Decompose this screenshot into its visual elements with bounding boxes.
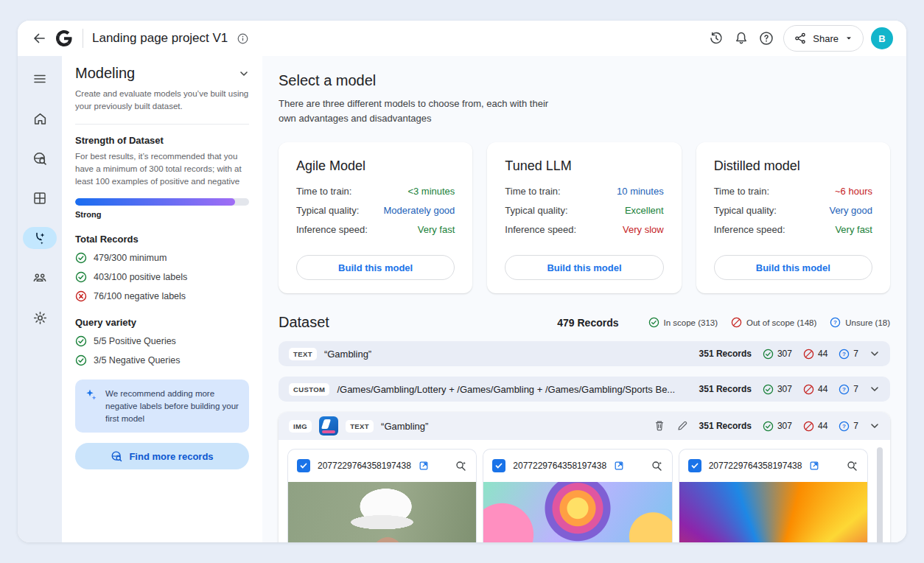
model-card-distilled: Distilled model Time to train:~6 hours T… (696, 142, 890, 293)
record-checkbox[interactable] (297, 459, 310, 472)
search-globe-icon (32, 151, 48, 167)
panel-collapse-chevron-icon[interactable] (239, 69, 249, 79)
x-circle-icon (75, 290, 87, 302)
search-similar-icon[interactable] (846, 460, 858, 472)
block-icon (803, 421, 814, 432)
row-query-text: “Gambling” (381, 421, 428, 432)
back-button[interactable] (27, 26, 52, 51)
record-image-cartoon-slots[interactable] (483, 482, 671, 542)
row-query-text: /Games/Gambling/Lottery + /Games/Gamblin… (337, 384, 675, 395)
open-external-icon[interactable] (614, 461, 624, 471)
query-variety-item: 3/5 Negative Queries (75, 354, 249, 366)
record-checkbox[interactable] (688, 459, 701, 472)
build-model-button[interactable]: Build this model (714, 255, 872, 280)
record-image-golfer[interactable] (288, 482, 476, 542)
record-id: 2077229764358197438 (318, 461, 411, 471)
expand-chevron-icon[interactable] (869, 349, 880, 359)
model-cards: Agile Model Time to train:<3 minutes Typ… (279, 142, 890, 293)
app-window: Landing page project V1 Share B (18, 21, 906, 542)
check-circle-icon (75, 271, 87, 283)
help-button[interactable] (754, 26, 779, 51)
open-external-icon[interactable] (419, 461, 429, 471)
model-name: Agile Model (296, 158, 455, 174)
gear-icon (32, 310, 48, 326)
model-spec: Typical quality:Excellent (505, 205, 663, 216)
build-model-button[interactable]: Build this model (296, 255, 455, 280)
search-similar-icon[interactable] (455, 460, 467, 472)
grid-icon (32, 191, 47, 206)
notifications-button[interactable] (729, 26, 754, 51)
record-id: 2077229764358197438 (513, 461, 606, 471)
share-caret-icon (845, 35, 853, 42)
row-type-badge: CUSTOM (289, 383, 329, 396)
strength-progress-fill (75, 198, 235, 206)
check-circle-icon (75, 335, 87, 347)
find-more-records-button[interactable]: Find more records (75, 443, 249, 469)
row-type-badge: IMG (289, 420, 312, 433)
avatar[interactable]: B (871, 27, 893, 49)
question-circle-icon: ? (830, 317, 841, 328)
home-icon (32, 111, 48, 127)
model-spec: Typical quality:Moderately good (296, 205, 455, 216)
record-checkbox[interactable] (492, 459, 505, 472)
info-icon[interactable] (234, 26, 251, 51)
dataset-row-custom[interactable]: CUSTOM /Games/Gambling/Lottery + /Games/… (279, 377, 890, 402)
model-spec: Inference speed:Very fast (714, 224, 872, 235)
expand-chevron-icon[interactable] (869, 384, 880, 394)
dataset-row-img-text[interactable]: IMG TEXT “Gambling” 351 Records 307 44 ?… (279, 412, 890, 440)
model-spec: Inference speed:Very fast (296, 224, 455, 235)
record-image-prize-wheel[interactable] (679, 482, 867, 542)
collapse-chevron-icon[interactable] (869, 421, 880, 431)
record-card: 2077229764358197438 (679, 449, 868, 542)
model-spec: Typical quality:Very good (714, 205, 872, 216)
model-name: Distilled model (714, 158, 872, 174)
history-button[interactable] (704, 26, 729, 51)
rail-item-modeling[interactable] (23, 227, 57, 249)
rail-item-search[interactable] (23, 147, 57, 169)
block-icon (803, 349, 814, 360)
bell-icon (734, 31, 749, 46)
share-button[interactable]: Share (783, 25, 864, 52)
rail-item-menu[interactable] (23, 68, 57, 90)
total-records-item: 76/100 negative labels (75, 290, 249, 302)
select-model-title: Select a model (279, 72, 890, 89)
find-records-icon (111, 450, 123, 463)
select-model-subtitle: There are three different models to choo… (279, 97, 551, 126)
legend-unsure: ? Unsure (18) (830, 317, 890, 328)
edit-icon[interactable] (676, 420, 688, 432)
modeling-icon (32, 231, 47, 245)
check-icon (299, 461, 308, 470)
row-in-scope-count: 307 (763, 349, 792, 360)
history-icon (709, 31, 724, 46)
build-model-button[interactable]: Build this model (505, 255, 663, 280)
strength-level-label: Strong (75, 210, 249, 219)
row-image-thumbnail (319, 416, 338, 436)
row-records-count: 351 Records (699, 349, 752, 359)
question-circle-icon: ? (839, 384, 850, 395)
rail-item-apps[interactable] (23, 187, 57, 209)
help-icon (759, 31, 774, 46)
open-external-icon[interactable] (809, 461, 819, 471)
dataset-header: Dataset 479 Records In scope (313) Out o… (279, 314, 890, 331)
row-in-scope-count: 307 (763, 421, 792, 432)
menu-icon (32, 71, 47, 86)
model-spec: Time to train:~6 hours (714, 186, 872, 197)
share-icon (794, 32, 806, 44)
find-more-records-label: Find more records (129, 451, 213, 462)
rail-item-audience[interactable] (23, 267, 57, 289)
rail-item-home[interactable] (23, 108, 57, 130)
dataset-row-text[interactable]: TEXT “Gambling” 351 Records 307 44 ?7 (279, 341, 890, 366)
top-bar: Landing page project V1 Share B (18, 21, 906, 56)
delete-icon[interactable] (654, 420, 665, 432)
svg-text:?: ? (833, 320, 837, 326)
model-name: Tuned LLM (505, 158, 663, 174)
question-circle-icon: ? (839, 349, 850, 360)
group-scrollbar[interactable] (877, 447, 883, 542)
rail-item-settings[interactable] (23, 307, 57, 329)
check-circle-icon (75, 354, 87, 366)
people-icon (32, 270, 48, 286)
search-similar-icon[interactable] (651, 460, 663, 472)
strength-title: Strength of Dataset (75, 135, 249, 146)
sparkle-icon (84, 388, 99, 402)
row-unsure-count: ?7 (839, 384, 858, 395)
